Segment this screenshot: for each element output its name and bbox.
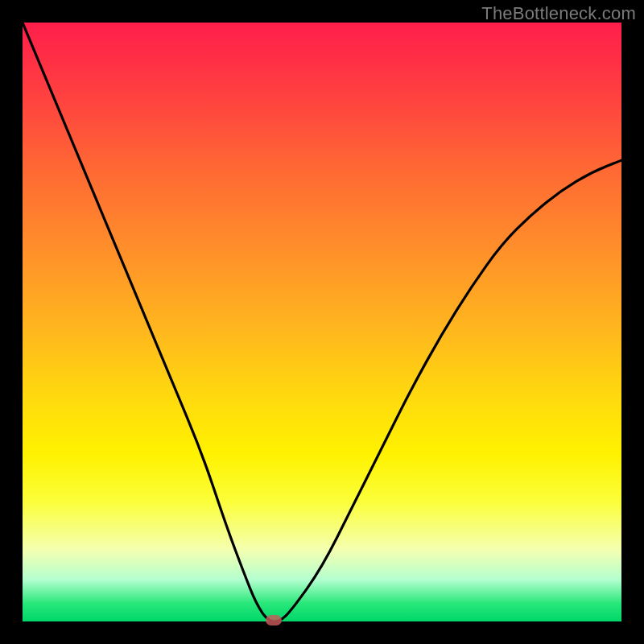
watermark-text: TheBottleneck.com <box>481 3 636 24</box>
bottleneck-curve <box>23 23 621 621</box>
chart-frame: TheBottleneck.com <box>0 0 644 644</box>
plot-area <box>23 23 621 621</box>
optimal-point-marker <box>266 615 282 625</box>
